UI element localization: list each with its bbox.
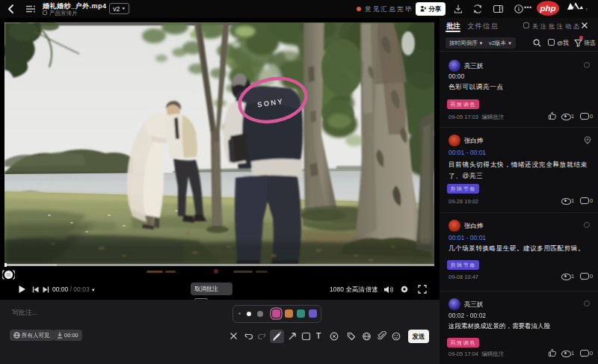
svg-text:php: php bbox=[539, 4, 555, 13]
svg-text:t: t bbox=[586, 7, 588, 11]
